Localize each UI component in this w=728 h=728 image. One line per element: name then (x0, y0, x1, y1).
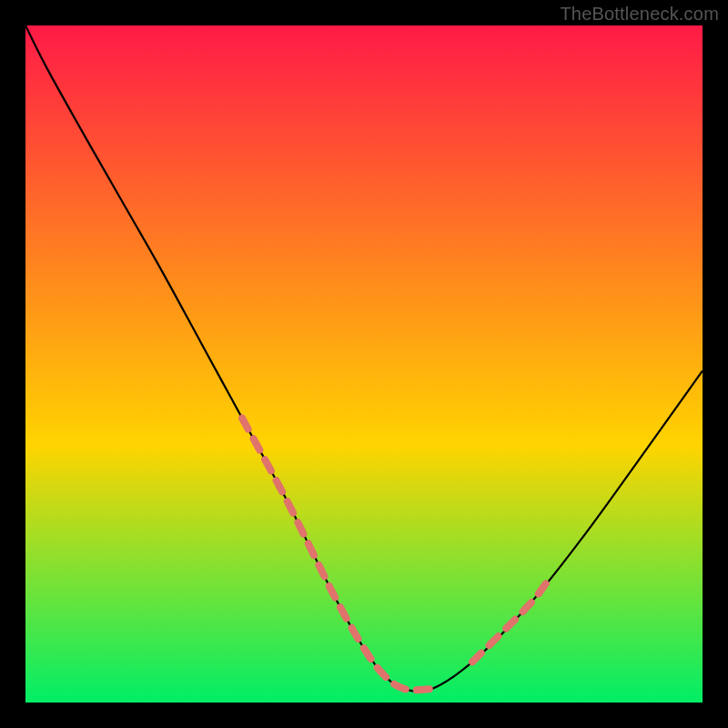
chart-frame: TheBottleneck.com (0, 0, 728, 728)
watermark-text: TheBottleneck.com (560, 4, 719, 25)
plot-area (25, 25, 703, 703)
gradient-background (25, 25, 703, 703)
chart-svg (25, 25, 703, 703)
